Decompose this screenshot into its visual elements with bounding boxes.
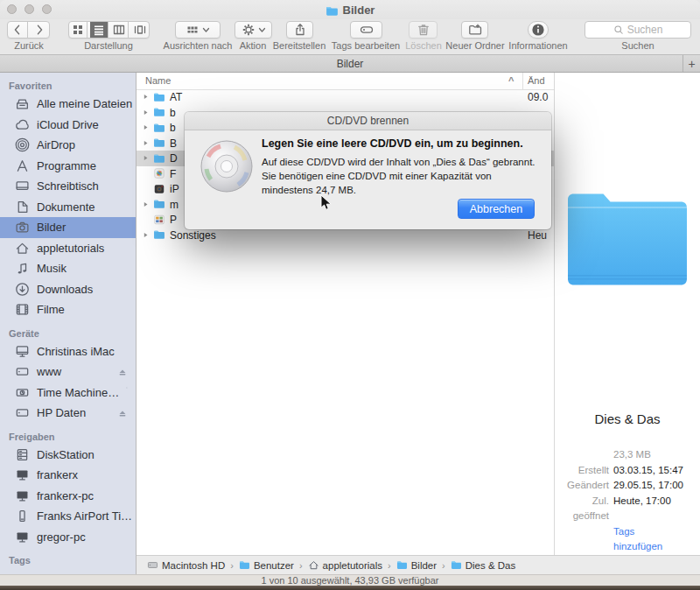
sidebar-item-diskstation[interactable]: DiskStation [0, 445, 136, 466]
chevron-down-icon [258, 23, 266, 37]
dialog-heading: Legen Sie eine leere CD/DVD ein, um zu b… [262, 137, 542, 150]
eject-icon[interactable] [126, 387, 128, 397]
file-modified-date: 09.0 [528, 91, 548, 103]
sidebar-item-programme[interactable]: Programme [0, 156, 136, 177]
pc-icon [15, 467, 30, 482]
sidebar-item-label: Bilder [37, 221, 66, 234]
home-icon [308, 559, 319, 571]
view-list-button[interactable] [90, 22, 108, 38]
tab-bilder[interactable]: Bilder [0, 55, 700, 72]
sidebar-item-franks-airport-ti-[interactable]: Franks AirPort Ti… [0, 506, 136, 527]
share-button[interactable] [286, 21, 313, 39]
tags-add-link[interactable]: Tags [613, 524, 634, 540]
title-bar: Bilder [0, 0, 700, 19]
sidebar-item-bilder[interactable]: Bilder [0, 217, 136, 238]
breadcrumb-label: Benutzer [254, 560, 294, 571]
file-name: m [170, 199, 178, 211]
photolib-file-icon [153, 214, 165, 226]
info-button[interactable] [528, 21, 549, 39]
sidebar-item-frankerx-pc[interactable]: frankerx-pc [0, 486, 136, 507]
breadcrumb-item-appletutorials[interactable]: appletutorials [308, 559, 382, 571]
table-row[interactable]: SonstigesHeu [136, 228, 554, 243]
breadcrumb-item-bilder[interactable]: Bilder [396, 559, 437, 571]
search-input[interactable]: Suchen [584, 21, 691, 39]
disclosure-triangle-icon[interactable] [142, 154, 150, 162]
sidebar-item-hp-daten[interactable]: HP Daten [0, 403, 136, 424]
sidebar-item-label: frankerx-pc [37, 489, 94, 502]
sidebar-item-label: HP Daten [37, 406, 86, 419]
folder-icon [451, 559, 462, 571]
file-name: D [170, 152, 178, 165]
chevron-left-icon [10, 23, 24, 37]
folder-icon [153, 122, 165, 134]
forward-button[interactable] [31, 22, 50, 38]
sort-ascending-icon: ^ [508, 75, 514, 86]
movies-icon [15, 302, 30, 317]
tags-add-link[interactable]: hinzufügen [613, 539, 662, 555]
column-divider[interactable] [522, 73, 523, 89]
sidebar-item-schreibtisch[interactable]: Schreibtisch [0, 176, 136, 197]
breadcrumb-separator: › [298, 560, 304, 571]
new-folder-icon [468, 23, 482, 37]
dialog-title-bar[interactable]: CD/DVD brennen [185, 112, 551, 130]
sidebar-section-tags: Tags [0, 547, 136, 568]
view-columns-button[interactable] [111, 22, 130, 38]
columns-view-icon [112, 23, 126, 37]
disclosure-triangle-icon[interactable] [142, 109, 150, 116]
sidebar-item-www[interactable]: www [0, 362, 136, 383]
edit-tags-button[interactable] [350, 21, 382, 39]
breadcrumb-item-benutzer[interactable]: Benutzer [239, 559, 294, 571]
delete-button[interactable] [409, 21, 438, 39]
sidebar-item-label: Musik [37, 262, 66, 275]
folder-icon [153, 228, 165, 241]
new-folder-label: Neuer Ordner [445, 40, 504, 51]
sidebar-item-label: gregor-pc [37, 530, 86, 544]
sidebar-section-freigaben: Freigaben [0, 424, 136, 445]
column-header-name[interactable]: Name [145, 75, 171, 86]
server-icon [15, 447, 30, 462]
sidebar-item-christinas-imac[interactable]: Christinas iMac [0, 341, 136, 362]
sidebar-item-musik[interactable]: Musik [0, 258, 136, 279]
pictures-icon [15, 220, 30, 235]
sidebar-item-label: Time Machine… [37, 386, 119, 399]
search-placeholder: Suchen [627, 24, 663, 36]
sidebar-item-appletutorials[interactable]: appletutorials [0, 238, 136, 259]
sidebar-item-airdrop[interactable]: AirDrop [0, 135, 136, 156]
disclosure-triangle-icon[interactable] [142, 231, 150, 239]
sidebar-item-frankerx[interactable]: frankerx [0, 465, 136, 486]
sidebar-item-downloads[interactable]: Downloads [0, 279, 136, 300]
new-tab-button[interactable]: + [682, 55, 700, 72]
file-name: B [170, 137, 177, 150]
sidebar-item-gregor-pc[interactable]: gregor-pc [0, 527, 136, 548]
sidebar-item-dokumente[interactable]: Dokumente [0, 197, 136, 218]
breadcrumb-label: Bilder [411, 560, 437, 571]
disclosure-triangle-icon[interactable] [142, 200, 150, 208]
file-modified-date: Heu [528, 229, 547, 242]
dialog-body: Auf diese CD/DVD wird der Inhalt von „Di… [262, 155, 543, 197]
new-folder-button[interactable] [461, 21, 488, 39]
breadcrumb-item-macintosh-hd[interactable]: Macintosh HD [147, 559, 225, 571]
arrange-label: Ausrichten nach [164, 40, 233, 51]
view-grid-button[interactable] [69, 22, 88, 38]
arrange-button[interactable] [175, 21, 220, 39]
sidebar-item-icloud-drive[interactable]: iCloud Drive [0, 115, 136, 136]
sidebar-item-time-machine-[interactable]: Time Machine… [0, 383, 136, 404]
disclosure-triangle-icon[interactable] [142, 123, 150, 131]
sidebar-item-alle-meine-dateien[interactable]: Alle meine Dateien [0, 94, 136, 115]
preview-field-label [555, 539, 609, 555]
table-row[interactable]: AT09.0 [136, 89, 554, 105]
eject-icon[interactable] [117, 408, 128, 418]
column-header-modified[interactable]: Änd [528, 75, 545, 86]
sidebar-item-filme[interactable]: Filme [0, 299, 136, 320]
eject-icon[interactable] [117, 367, 128, 377]
preview-field-label: Zul. geöffnet [555, 494, 609, 524]
breadcrumb-item-dies-das[interactable]: Dies & Das [451, 559, 516, 571]
preview-field-label [555, 447, 609, 463]
cancel-button[interactable]: Abbrechen [458, 199, 535, 219]
disclosure-triangle-icon[interactable] [142, 139, 150, 147]
back-button[interactable] [8, 22, 28, 38]
action-button[interactable] [234, 21, 272, 39]
sidebar-item-label: AirDrop [37, 138, 75, 151]
disclosure-triangle-icon[interactable] [142, 93, 150, 101]
view-coverflow-button[interactable] [131, 22, 149, 38]
